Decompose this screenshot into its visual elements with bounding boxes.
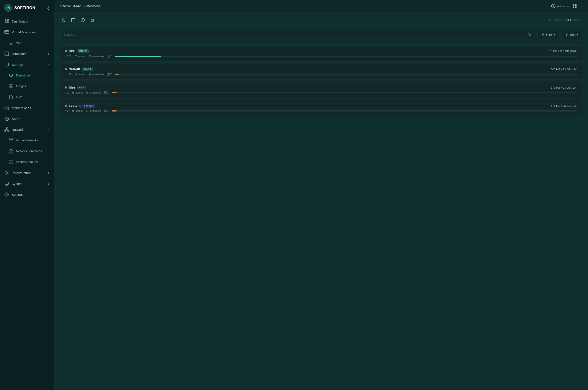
ds-title-area: system SYSTEM [65, 104, 95, 108]
search-input[interactable] [63, 33, 528, 36]
sidebar-item-settings[interactable]: Settings [0, 189, 54, 200]
vnet-icon [9, 138, 13, 143]
sidebar-item-templates-label: Templates [12, 52, 26, 56]
filter-button[interactable]: Filter ▾ [537, 30, 559, 39]
status-dot [65, 105, 67, 107]
marketplaces-icon [4, 105, 9, 110]
svg-point-38 [12, 141, 13, 142]
sidebar: SOFTIRON ❮ Dashboard Virtual Machines ▾ … [0, 0, 54, 390]
svg-point-88 [73, 92, 74, 93]
sidebar-item-files[interactable]: Files [0, 92, 54, 102]
select-all-button[interactable] [70, 16, 77, 24]
sidebar-item-security-groups-label: Security Groups [16, 160, 38, 164]
ds-usage-text: 646 MB / 93 GB (1%) [550, 68, 577, 71]
ds-card-top: default IMAGE 646 MB / 93 GB (1%) [65, 67, 577, 71]
ds-usage-text: 13 GB / 125 GB (10%) [549, 49, 577, 53]
sidebar-item-system[interactable]: System ❯ [0, 178, 54, 189]
datastore-card[interactable]: default IMAGE 646 MB / 93 GB (1%) #100 a… [60, 64, 582, 80]
svg-point-50 [6, 194, 7, 195]
networks-chevron: ▾ [48, 128, 50, 131]
refresh-button[interactable] [60, 16, 67, 24]
ds-name: default [69, 67, 80, 71]
infra-icon [4, 170, 9, 175]
ds-card-bottom: #0 admin oneadmin 0 [65, 109, 577, 112]
ds-group: oneadmin [86, 109, 101, 112]
ds-name: nfs1 [69, 49, 76, 53]
breadcrumb-main: VM Squared [60, 4, 81, 8]
delete-button[interactable] [89, 16, 96, 24]
sidebar-item-images[interactable]: Images [0, 81, 54, 92]
status-dot [65, 68, 67, 70]
sidebar-item-networks[interactable]: Networks ▾ [0, 124, 54, 135]
ds-vms: 0 [107, 73, 112, 76]
svg-point-17 [9, 74, 12, 75]
sidebar-item-datastores[interactable]: Datastores [0, 70, 54, 81]
ds-title-area: default IMAGE [65, 67, 93, 71]
system-icon [4, 181, 9, 186]
sidebar-item-marketplaces[interactable]: Marketplaces [0, 102, 54, 113]
nettemplate-icon [9, 149, 13, 153]
sidebar-item-apps[interactable]: Apps [0, 113, 54, 124]
sidebar-item-files-label: Files [16, 95, 23, 99]
sidebar-collapse-button[interactable]: ❮ [47, 6, 50, 10]
pagination-prev-button[interactable]: ❮ Previous [548, 18, 562, 21]
svg-rect-3 [7, 19, 9, 21]
templates-chevron: ❯ [48, 52, 50, 55]
usage-progress-bar [112, 110, 116, 111]
pagination-next-button[interactable]: Next ❯ [573, 18, 582, 21]
user-name: admin [557, 4, 565, 8]
sidebar-item-network-templates[interactable]: Network Templates [0, 146, 54, 156]
svg-rect-13 [5, 52, 9, 56]
sidebar-item-templates[interactable]: Templates ❯ [0, 48, 54, 59]
sidebar-item-settings-label: Settings [12, 193, 23, 196]
topbar: VM Squared Datastores admin ▾ [54, 0, 588, 12]
datastore-card[interactable]: files FILE 676 MB / 93 GB (1%) #2 admin … [60, 82, 582, 98]
status-dot [65, 86, 67, 89]
svg-point-19 [10, 85, 11, 86]
user-menu[interactable]: admin ▾ [551, 4, 569, 8]
sidebar-item-dashboard[interactable]: Dashboard [0, 16, 54, 27]
networks-icon [4, 127, 9, 132]
datastore-card[interactable]: system SYSTEM 676 MB / 93 GB (1%) #0 adm… [60, 100, 582, 116]
sidebar-item-security-groups[interactable]: Security Groups [0, 156, 54, 167]
svg-line-65 [530, 35, 532, 36]
ds-meta: #101 admin oneadmin 0 [65, 55, 112, 58]
sidebar-item-networks-label: Networks [12, 128, 25, 131]
svg-point-90 [87, 92, 88, 93]
svg-point-47 [6, 172, 7, 174]
sidebar-logo: SOFTIRON ❮ [0, 0, 54, 16]
toolbar-right: ❮ Previous 1 of 1 Next ❯ [548, 18, 582, 21]
topbar-right: admin ▾ ▾ [551, 4, 582, 9]
sidebar-item-virtual-networks[interactable]: Virtual Networks [0, 135, 54, 146]
ds-vms: 0 [104, 91, 109, 94]
svg-point-1 [7, 7, 9, 8]
grid-view-button[interactable] [572, 4, 577, 9]
group-icon [88, 55, 91, 58]
infra-chevron: ❯ [48, 171, 50, 174]
sidebar-item-infrastructure[interactable]: Infrastructure ❯ [0, 167, 54, 178]
ds-card-bottom: #100 admin oneadmin 0 [65, 73, 577, 76]
svg-rect-2 [5, 19, 6, 21]
svg-point-97 [86, 110, 87, 111]
add-button[interactable] [79, 16, 86, 24]
sidebar-item-storage[interactable]: Storage ▾ [0, 59, 54, 70]
topbar-chevron-button[interactable]: ▾ [581, 4, 582, 8]
svg-rect-20 [5, 107, 9, 110]
owner-icon [71, 91, 75, 94]
ds-id: #2 [65, 91, 68, 94]
sidebar-item-vms[interactable]: VMs [0, 38, 54, 48]
app-name: SOFTIRON [14, 6, 35, 10]
sort-chevron: ▾ [577, 33, 578, 36]
sidebar-item-virtual-machines[interactable]: Virtual Machines ▾ [0, 27, 54, 38]
svg-rect-29 [7, 130, 9, 131]
breadcrumb-sub: Datastores [83, 4, 101, 8]
storage-icon [4, 62, 9, 67]
sort-button[interactable]: Sort ▾ [562, 30, 582, 39]
ds-id: #101 [65, 55, 71, 58]
svg-point-37 [9, 141, 10, 142]
datastore-card[interactable]: nfs1 IMAGE 13 GB / 125 GB (10%) #101 adm… [60, 46, 582, 61]
vms-count-icon [107, 73, 110, 76]
usage-progress-bar-container [115, 74, 577, 75]
owner-icon [71, 109, 75, 112]
ds-meta: #100 admin oneadmin 0 [65, 73, 112, 76]
